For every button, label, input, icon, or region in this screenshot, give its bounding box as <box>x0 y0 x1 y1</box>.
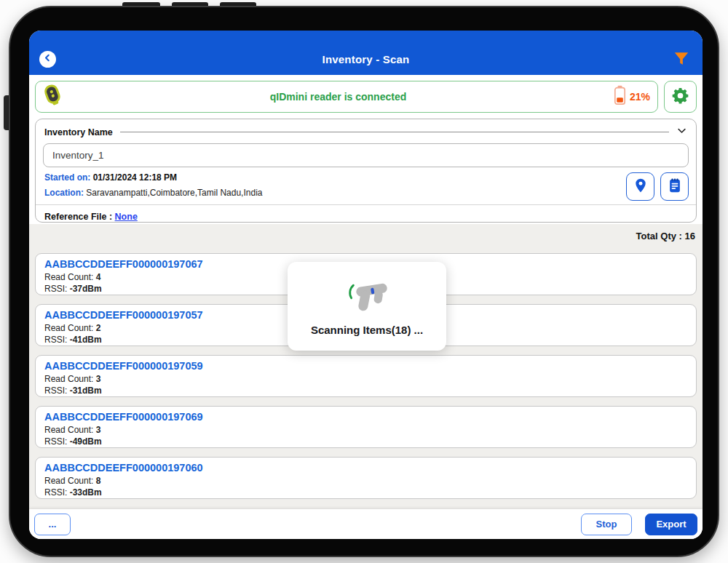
tag-list-item[interactable]: AABBCCDDEEFF000000197059 Read Count: 3 R… <box>35 355 697 397</box>
stop-button[interactable]: Stop <box>581 514 632 535</box>
total-qty: Total Qty : 16 <box>29 224 703 241</box>
tag-id: AABBCCDDEEFF000000197060 <box>44 461 687 475</box>
inventory-info-card: Inventory Name Started on: 01/31/2024 12… <box>35 119 697 223</box>
back-button[interactable] <box>39 51 56 68</box>
inventory-name-header[interactable]: Inventory Name <box>36 119 696 139</box>
tag-read-count: Read Count: 3 <box>44 373 687 385</box>
app-screen: Inventory - Scan <box>29 31 703 539</box>
reader-status-message: qIDmini reader is connected <box>63 91 614 103</box>
reference-file-link[interactable]: None <box>115 212 138 222</box>
location-label: Location: <box>44 188 84 198</box>
tag-list-item[interactable]: AABBCCDDEEFF000000197060 Read Count: 8 R… <box>35 457 697 499</box>
reader-status-box: qIDmini reader is connected 21% <box>35 81 658 113</box>
location-line: Location: Saravanampatti,Coimbatore,Tami… <box>44 188 626 198</box>
map-pin-icon <box>633 177 649 196</box>
tag-id: AABBCCDDEEFF000000197069 <box>44 410 687 424</box>
screenshot-stage: Inventory - Scan <box>0 0 728 563</box>
filter-button[interactable] <box>672 49 691 68</box>
export-button[interactable]: Export <box>645 514 697 535</box>
reference-file-line: Reference File : None <box>36 205 696 222</box>
location-button[interactable] <box>626 172 654 201</box>
tag-rssi: RSSI: -49dBm <box>44 436 687 447</box>
tag-rssi: RSSI: -31dBm <box>44 385 687 396</box>
battery-low-icon <box>614 85 626 108</box>
reader-device-icon <box>43 84 63 110</box>
page-title: Inventory - Scan <box>323 53 410 65</box>
app-header: Inventory - Scan <box>29 31 703 75</box>
location-value: Saravanampatti,Coimbatore,Tamil Nadu,Ind… <box>86 188 262 198</box>
tag-id: AABBCCDDEEFF000000197059 <box>44 359 687 373</box>
clipboard-icon <box>667 177 683 196</box>
reference-file-label: Reference File : <box>44 212 115 222</box>
started-on-label: Started on: <box>44 172 90 183</box>
funnel-icon <box>672 58 691 71</box>
reader-status-row: qIDmini reader is connected 21% <box>35 81 697 113</box>
gear-icon <box>671 87 689 108</box>
tag-rssi: RSSI: -33dBm <box>44 487 687 498</box>
tag-list-item[interactable]: AABBCCDDEEFF000000197069 Read Count: 3 R… <box>35 406 697 448</box>
more-options-button[interactable]: ... <box>34 514 71 535</box>
inventory-name-label: Inventory Name <box>44 127 113 137</box>
tag-read-count: Read Count: 8 <box>44 475 687 487</box>
tag-read-count: Read Count: 3 <box>44 424 687 436</box>
legend-divider <box>120 132 669 132</box>
notes-button[interactable] <box>660 172 689 201</box>
rfid-scanner-icon <box>336 277 397 318</box>
scanning-status-text: Scanning Items(18) ... <box>311 324 423 336</box>
chevron-left-icon <box>42 52 53 66</box>
footer-toolbar: ... Stop Export <box>29 509 703 539</box>
scanning-dialog: Scanning Items(18) ... <box>288 262 446 351</box>
inventory-meta-row: Started on: 01/31/2024 12:18 PM Location… <box>36 167 696 203</box>
battery-percent: 21% <box>630 91 650 103</box>
started-on-value: 01/31/2024 12:18 PM <box>93 172 177 183</box>
inventory-name-input[interactable] <box>43 143 689 167</box>
started-on-line: Started on: 01/31/2024 12:18 PM <box>44 172 626 183</box>
chevron-down-icon[interactable] <box>676 125 687 139</box>
reader-settings-button[interactable] <box>664 81 697 113</box>
